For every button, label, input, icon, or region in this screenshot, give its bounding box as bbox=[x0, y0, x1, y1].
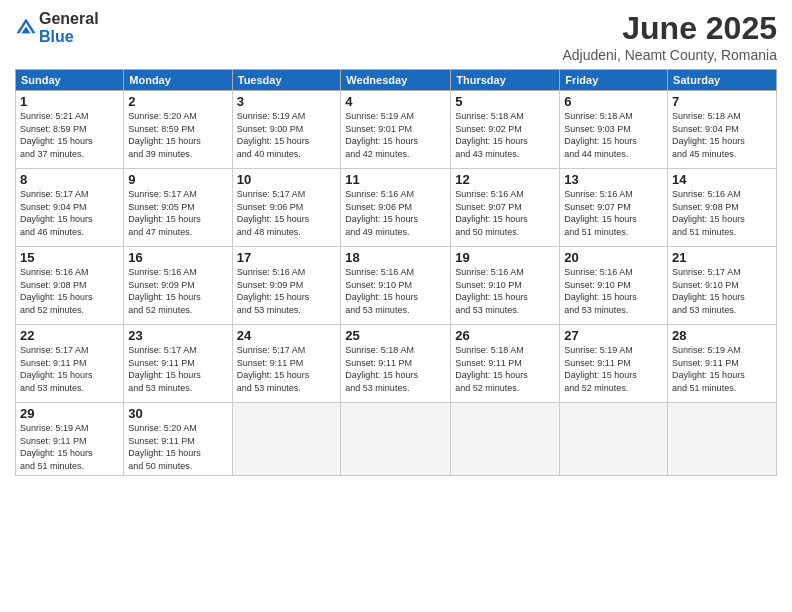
calendar-cell: 7Sunrise: 5:18 AM Sunset: 9:04 PM Daylig… bbox=[668, 91, 777, 169]
calendar-cell: 17Sunrise: 5:16 AM Sunset: 9:09 PM Dayli… bbox=[232, 247, 341, 325]
calendar-cell: 10Sunrise: 5:17 AM Sunset: 9:06 PM Dayli… bbox=[232, 169, 341, 247]
day-info: Sunrise: 5:16 AM Sunset: 9:08 PM Dayligh… bbox=[672, 188, 772, 238]
day-info: Sunrise: 5:16 AM Sunset: 9:08 PM Dayligh… bbox=[20, 266, 119, 316]
day-number: 15 bbox=[20, 250, 119, 265]
day-info: Sunrise: 5:19 AM Sunset: 9:11 PM Dayligh… bbox=[20, 422, 119, 472]
day-number: 2 bbox=[128, 94, 227, 109]
col-sunday: Sunday bbox=[16, 70, 124, 91]
day-info: Sunrise: 5:19 AM Sunset: 9:00 PM Dayligh… bbox=[237, 110, 337, 160]
header: General Blue June 2025 Adjudeni, Neamt C… bbox=[15, 10, 777, 63]
col-friday: Friday bbox=[560, 70, 668, 91]
calendar-cell: 26Sunrise: 5:18 AM Sunset: 9:11 PM Dayli… bbox=[451, 325, 560, 403]
col-thursday: Thursday bbox=[451, 70, 560, 91]
calendar-cell: 18Sunrise: 5:16 AM Sunset: 9:10 PM Dayli… bbox=[341, 247, 451, 325]
calendar-cell: 8Sunrise: 5:17 AM Sunset: 9:04 PM Daylig… bbox=[16, 169, 124, 247]
day-info: Sunrise: 5:18 AM Sunset: 9:11 PM Dayligh… bbox=[455, 344, 555, 394]
calendar-cell: 21Sunrise: 5:17 AM Sunset: 9:10 PM Dayli… bbox=[668, 247, 777, 325]
calendar-cell: 27Sunrise: 5:19 AM Sunset: 9:11 PM Dayli… bbox=[560, 325, 668, 403]
day-number: 28 bbox=[672, 328, 772, 343]
calendar-cell: 28Sunrise: 5:19 AM Sunset: 9:11 PM Dayli… bbox=[668, 325, 777, 403]
month-title: June 2025 bbox=[562, 10, 777, 47]
day-number: 10 bbox=[237, 172, 337, 187]
calendar-row: 29Sunrise: 5:19 AM Sunset: 9:11 PM Dayli… bbox=[16, 403, 777, 476]
logo-general-text: General bbox=[39, 10, 99, 27]
day-info: Sunrise: 5:16 AM Sunset: 9:10 PM Dayligh… bbox=[455, 266, 555, 316]
col-saturday: Saturday bbox=[668, 70, 777, 91]
day-number: 24 bbox=[237, 328, 337, 343]
day-info: Sunrise: 5:16 AM Sunset: 9:09 PM Dayligh… bbox=[128, 266, 227, 316]
calendar-cell: 1Sunrise: 5:21 AM Sunset: 8:59 PM Daylig… bbox=[16, 91, 124, 169]
calendar-cell: 14Sunrise: 5:16 AM Sunset: 9:08 PM Dayli… bbox=[668, 169, 777, 247]
calendar-cell: 22Sunrise: 5:17 AM Sunset: 9:11 PM Dayli… bbox=[16, 325, 124, 403]
day-number: 30 bbox=[128, 406, 227, 421]
calendar-cell: 19Sunrise: 5:16 AM Sunset: 9:10 PM Dayli… bbox=[451, 247, 560, 325]
calendar-cell: 5Sunrise: 5:18 AM Sunset: 9:02 PM Daylig… bbox=[451, 91, 560, 169]
calendar-cell: 25Sunrise: 5:18 AM Sunset: 9:11 PM Dayli… bbox=[341, 325, 451, 403]
calendar-cell: 29Sunrise: 5:19 AM Sunset: 9:11 PM Dayli… bbox=[16, 403, 124, 476]
day-info: Sunrise: 5:20 AM Sunset: 9:11 PM Dayligh… bbox=[128, 422, 227, 472]
day-number: 17 bbox=[237, 250, 337, 265]
calendar-cell: 24Sunrise: 5:17 AM Sunset: 9:11 PM Dayli… bbox=[232, 325, 341, 403]
logo: General Blue bbox=[15, 10, 99, 46]
col-monday: Monday bbox=[124, 70, 232, 91]
day-info: Sunrise: 5:18 AM Sunset: 9:04 PM Dayligh… bbox=[672, 110, 772, 160]
day-info: Sunrise: 5:17 AM Sunset: 9:11 PM Dayligh… bbox=[128, 344, 227, 394]
calendar-cell: 15Sunrise: 5:16 AM Sunset: 9:08 PM Dayli… bbox=[16, 247, 124, 325]
day-number: 29 bbox=[20, 406, 119, 421]
calendar-cell bbox=[668, 403, 777, 476]
calendar-cell bbox=[232, 403, 341, 476]
day-number: 22 bbox=[20, 328, 119, 343]
calendar-cell: 16Sunrise: 5:16 AM Sunset: 9:09 PM Dayli… bbox=[124, 247, 232, 325]
calendar-cell: 12Sunrise: 5:16 AM Sunset: 9:07 PM Dayli… bbox=[451, 169, 560, 247]
day-number: 5 bbox=[455, 94, 555, 109]
day-number: 18 bbox=[345, 250, 446, 265]
day-info: Sunrise: 5:21 AM Sunset: 8:59 PM Dayligh… bbox=[20, 110, 119, 160]
day-number: 27 bbox=[564, 328, 663, 343]
day-info: Sunrise: 5:18 AM Sunset: 9:02 PM Dayligh… bbox=[455, 110, 555, 160]
calendar-cell: 30Sunrise: 5:20 AM Sunset: 9:11 PM Dayli… bbox=[124, 403, 232, 476]
calendar-cell: 13Sunrise: 5:16 AM Sunset: 9:07 PM Dayli… bbox=[560, 169, 668, 247]
calendar-cell: 9Sunrise: 5:17 AM Sunset: 9:05 PM Daylig… bbox=[124, 169, 232, 247]
day-info: Sunrise: 5:17 AM Sunset: 9:06 PM Dayligh… bbox=[237, 188, 337, 238]
calendar-row: 1Sunrise: 5:21 AM Sunset: 8:59 PM Daylig… bbox=[16, 91, 777, 169]
page: General Blue June 2025 Adjudeni, Neamt C… bbox=[0, 0, 792, 612]
day-number: 25 bbox=[345, 328, 446, 343]
day-number: 19 bbox=[455, 250, 555, 265]
day-number: 20 bbox=[564, 250, 663, 265]
day-info: Sunrise: 5:19 AM Sunset: 9:01 PM Dayligh… bbox=[345, 110, 446, 160]
day-number: 4 bbox=[345, 94, 446, 109]
calendar-cell bbox=[451, 403, 560, 476]
day-number: 7 bbox=[672, 94, 772, 109]
calendar-row: 22Sunrise: 5:17 AM Sunset: 9:11 PM Dayli… bbox=[16, 325, 777, 403]
logo-icon bbox=[15, 17, 37, 39]
day-info: Sunrise: 5:17 AM Sunset: 9:05 PM Dayligh… bbox=[128, 188, 227, 238]
calendar-table: Sunday Monday Tuesday Wednesday Thursday… bbox=[15, 69, 777, 476]
calendar-cell bbox=[560, 403, 668, 476]
day-number: 21 bbox=[672, 250, 772, 265]
day-info: Sunrise: 5:20 AM Sunset: 8:59 PM Dayligh… bbox=[128, 110, 227, 160]
day-info: Sunrise: 5:17 AM Sunset: 9:04 PM Dayligh… bbox=[20, 188, 119, 238]
day-number: 14 bbox=[672, 172, 772, 187]
col-wednesday: Wednesday bbox=[341, 70, 451, 91]
day-info: Sunrise: 5:17 AM Sunset: 9:11 PM Dayligh… bbox=[20, 344, 119, 394]
day-number: 9 bbox=[128, 172, 227, 187]
calendar-cell: 20Sunrise: 5:16 AM Sunset: 9:10 PM Dayli… bbox=[560, 247, 668, 325]
calendar-cell: 2Sunrise: 5:20 AM Sunset: 8:59 PM Daylig… bbox=[124, 91, 232, 169]
calendar-header-row: Sunday Monday Tuesday Wednesday Thursday… bbox=[16, 70, 777, 91]
day-number: 16 bbox=[128, 250, 227, 265]
day-info: Sunrise: 5:16 AM Sunset: 9:10 PM Dayligh… bbox=[345, 266, 446, 316]
day-number: 6 bbox=[564, 94, 663, 109]
day-number: 26 bbox=[455, 328, 555, 343]
day-info: Sunrise: 5:18 AM Sunset: 9:11 PM Dayligh… bbox=[345, 344, 446, 394]
col-tuesday: Tuesday bbox=[232, 70, 341, 91]
calendar-row: 15Sunrise: 5:16 AM Sunset: 9:08 PM Dayli… bbox=[16, 247, 777, 325]
calendar-cell: 23Sunrise: 5:17 AM Sunset: 9:11 PM Dayli… bbox=[124, 325, 232, 403]
calendar-cell bbox=[341, 403, 451, 476]
day-number: 8 bbox=[20, 172, 119, 187]
calendar-cell: 3Sunrise: 5:19 AM Sunset: 9:00 PM Daylig… bbox=[232, 91, 341, 169]
day-info: Sunrise: 5:16 AM Sunset: 9:09 PM Dayligh… bbox=[237, 266, 337, 316]
calendar-row: 8Sunrise: 5:17 AM Sunset: 9:04 PM Daylig… bbox=[16, 169, 777, 247]
calendar-cell: 6Sunrise: 5:18 AM Sunset: 9:03 PM Daylig… bbox=[560, 91, 668, 169]
day-info: Sunrise: 5:16 AM Sunset: 9:07 PM Dayligh… bbox=[564, 188, 663, 238]
day-info: Sunrise: 5:16 AM Sunset: 9:06 PM Dayligh… bbox=[345, 188, 446, 238]
